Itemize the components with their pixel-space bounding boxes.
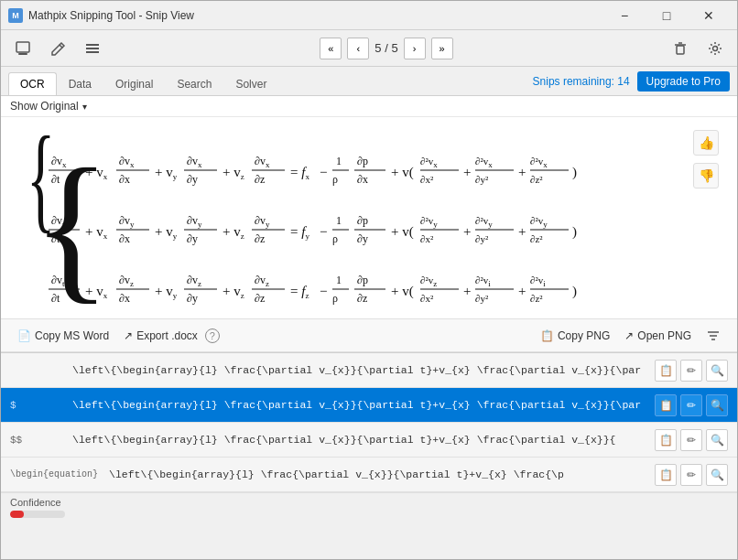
svg-text:∂vy: ∂vy [187, 214, 202, 229]
help-icon[interactable]: ? [205, 328, 220, 343]
menu-button[interactable] [78, 34, 107, 63]
svg-text:∂x: ∂x [119, 232, 130, 245]
code-list: \left\{\begin{array}{l} \frac{\partial v… [1, 353, 737, 492]
svg-text:∂y: ∂y [187, 232, 198, 245]
code-text-1: \left\{\begin{array}{l} \frac{\partial v… [72, 364, 647, 376]
titlebar: M Mathpix Snipping Tool - Snip View − □ … [1, 1, 737, 30]
svg-text:+ vy: + vy [155, 284, 178, 300]
filter-button[interactable] [699, 325, 728, 347]
svg-text:∂²vx: ∂²vx [420, 156, 438, 169]
svg-text:∂z²: ∂z² [530, 174, 543, 185]
formula-display: text { font-family: 'Times New Roman', s… [19, 126, 693, 309]
search-button-2[interactable]: 🔍 [706, 394, 728, 416]
snips-remaining: Snips remaining: 14 [533, 75, 630, 88]
svg-text:∂²vy: ∂²vy [420, 215, 438, 229]
tab-search[interactable]: Search [165, 72, 223, 95]
svg-text:∂z²: ∂z² [530, 293, 543, 304]
main-content: Show Original ▾ text { font-family: 'Tim… [1, 96, 737, 353]
tab-original[interactable]: Original [103, 72, 165, 95]
svg-text:+ vz: + vz [222, 224, 244, 241]
edit-button-3[interactable]: ✏ [680, 429, 702, 451]
svg-text:∂z: ∂z [255, 173, 265, 186]
bottom-toolbar: 📄 Copy MS Word ↗ Export .docx ? 📋 Copy P… [1, 319, 737, 352]
snip-button[interactable] [8, 34, 38, 63]
svg-text:∂x: ∂x [119, 292, 130, 305]
svg-text:+ v(: + v( [391, 165, 414, 180]
settings-button[interactable] [700, 34, 730, 63]
svg-text:∂vx: ∂vx [119, 155, 135, 169]
minimize-button[interactable]: − [603, 1, 646, 30]
svg-text:∂y²: ∂y² [475, 293, 489, 304]
export-docx-button[interactable]: ↗ Export .docx [116, 326, 205, 346]
copy-png-button[interactable]: 📋 Copy PNG [533, 326, 617, 346]
edit-button-4[interactable]: ✏ [680, 464, 702, 486]
tab-ocr[interactable]: OCR [8, 72, 57, 95]
svg-text:+: + [518, 224, 526, 239]
svg-text:∂z: ∂z [255, 292, 265, 305]
code-prefix-3: $$ [10, 435, 65, 446]
code-actions-3: 📋 ✏ 🔍 [655, 429, 728, 451]
code-item-3[interactable]: $$ \left\{\begin{array}{l} \frac{\partia… [1, 423, 737, 458]
maximize-button[interactable]: □ [646, 1, 688, 30]
svg-text:{: { [32, 135, 111, 309]
svg-text:1: 1 [336, 155, 342, 167]
svg-text:∂vz: ∂vz [255, 274, 269, 288]
last-button[interactable]: » [431, 38, 453, 59]
svg-text:∂²vi: ∂²vi [530, 275, 546, 288]
svg-text:+: + [518, 165, 526, 179]
prev-button[interactable]: ‹ [347, 38, 369, 59]
svg-text:+ vy: + vy [155, 165, 178, 181]
titlebar-title: Mathpix Snipping Tool - Snip View [28, 9, 603, 22]
code-prefix-2: $ [10, 400, 65, 411]
tab-data[interactable]: Data [57, 72, 103, 95]
copy-button-1[interactable]: 📋 [655, 360, 677, 382]
tab-solver[interactable]: Solver [223, 72, 278, 95]
svg-rect-0 [16, 42, 29, 52]
show-original-label: Show Original [10, 100, 79, 113]
close-button[interactable]: ✕ [688, 1, 730, 30]
open-png-button[interactable]: ↗ Open PNG [617, 326, 699, 346]
svg-text:∂y: ∂y [357, 232, 368, 245]
snip-icon [15, 40, 31, 57]
code-item-2[interactable]: $ \left\{\begin{array}{l} \frac{\partial… [1, 388, 737, 423]
copy-button-2[interactable]: 📋 [655, 394, 677, 416]
first-button[interactable]: « [320, 38, 342, 59]
search-button-3[interactable]: 🔍 [706, 429, 728, 451]
formula-row-3: ∂vt ∂t + vx ∂vz ∂x + vy ∂vz ∂y + vz ∂vz … [49, 274, 577, 305]
svg-text:∂x²: ∂x² [420, 293, 434, 304]
code-item-1[interactable]: \left\{\begin{array}{l} \frac{\partial v… [1, 353, 737, 388]
code-item-4[interactable]: \begin{equation} \left\{\begin{array}{l}… [1, 458, 737, 492]
edit-button-1[interactable]: ✏ [680, 360, 702, 382]
thumbup-button[interactable]: 👍 [693, 130, 719, 156]
upgrade-button[interactable]: Upgrade to Pro [637, 71, 730, 92]
svg-text:+: + [463, 284, 471, 298]
code-text-3: \left\{\begin{array}{l} \frac{\partial v… [72, 434, 647, 446]
next-button[interactable]: › [404, 38, 426, 59]
settings-icon [707, 40, 723, 57]
svg-text:∂y: ∂y [187, 173, 198, 186]
window-controls: − □ ✕ [603, 1, 730, 30]
svg-text:+ vz: + vz [222, 284, 244, 300]
thumbdown-button[interactable]: 👎 [693, 163, 719, 188]
svg-text:∂z: ∂z [357, 292, 367, 305]
svg-text:∂x²: ∂x² [420, 233, 434, 244]
search-button-4[interactable]: 🔍 [706, 464, 728, 486]
edit-button[interactable] [43, 34, 72, 63]
copy-button-4[interactable]: 📋 [655, 464, 677, 486]
formula-actions: 👍 👎 [693, 126, 719, 188]
code-text-2: \left\{\begin{array}{l} \frac{\partial v… [72, 399, 647, 411]
svg-text:∂vz: ∂vz [119, 274, 134, 288]
svg-point-8 [713, 46, 718, 50]
delete-button[interactable] [666, 34, 695, 63]
svg-text:∂²vx: ∂²vx [475, 156, 493, 169]
search-button-1[interactable]: 🔍 [706, 360, 728, 382]
svg-text:∂vz: ∂vz [187, 274, 201, 288]
copy-ms-word-button[interactable]: 📄 Copy MS Word [10, 326, 116, 346]
svg-text:ρ: ρ [332, 173, 338, 186]
copy-button-3[interactable]: 📋 [655, 429, 677, 451]
svg-text:∂z: ∂z [255, 232, 265, 245]
svg-text:∂²vy: ∂²vy [475, 215, 493, 229]
edit-button-2[interactable]: ✏ [680, 394, 702, 416]
menu-icon [84, 40, 101, 57]
svg-text:∂²vz: ∂²vz [420, 275, 437, 288]
